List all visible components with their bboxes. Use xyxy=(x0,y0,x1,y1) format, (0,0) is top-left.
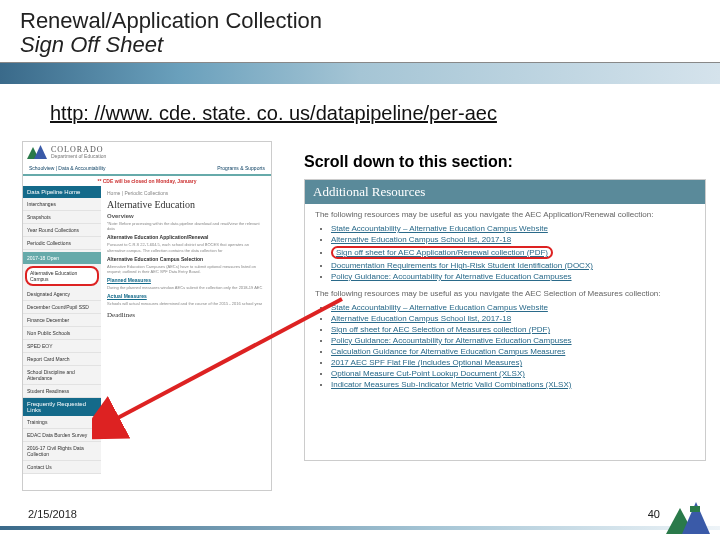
page-title: Alternative Education xyxy=(107,199,265,210)
side-item: Year Round Collections xyxy=(23,224,101,237)
resources-intro2: The following resources may be useful as… xyxy=(315,289,695,298)
resource-link: Calculation Guidance for Alternative Edu… xyxy=(331,347,565,356)
side-item: EDAC Data Burden Survey xyxy=(23,429,101,442)
list-item: Sign off sheet for AEC Application/Renew… xyxy=(331,246,695,259)
resources-list-1: State Accountability – Alternative Educa… xyxy=(331,224,695,281)
page-number: 40 xyxy=(648,508,660,520)
nav-row: Schoolview | Data & Accountability Progr… xyxy=(23,162,271,176)
side-item: Report Card March xyxy=(23,353,101,366)
title-sub: Sign Off Sheet xyxy=(20,32,700,58)
side-header: Data Pipeline Home xyxy=(23,186,101,198)
svg-rect-6 xyxy=(690,506,700,512)
list-item: Alternative Education Campus School list… xyxy=(331,235,695,244)
resource-link-highlight: Sign off sheet for AEC Application/Renew… xyxy=(336,248,548,257)
para: Alternative Education Campuses (AECs) ha… xyxy=(107,264,265,274)
side-item: SPED EOY xyxy=(23,340,101,353)
list-item: Policy Guidance: Accountability for Alte… xyxy=(331,336,695,345)
resource-link: Documentation Requirements for High-Risk… xyxy=(331,261,593,270)
overview-head: Overview xyxy=(107,213,265,219)
title-main: Renewal/Application Collection xyxy=(20,8,700,34)
header-rule xyxy=(0,62,720,84)
list-item: State Accountability – Alternative Educa… xyxy=(331,224,695,233)
side-item: December Count/Pupil SSD xyxy=(23,301,101,314)
sub-head: Alternative Education Application/Renewa… xyxy=(107,234,265,240)
scroll-label: Scroll down to this section: xyxy=(304,153,513,171)
url-text: http: //www. cde. state. co. us/datapipe… xyxy=(50,102,720,125)
side-item: Snapshots xyxy=(23,211,101,224)
resource-link: Sign off sheet for AEC Selection of Meas… xyxy=(331,325,550,334)
side-item: Finance December xyxy=(23,314,101,327)
list-item: Optional Measure Cut-Point Lookup Docume… xyxy=(331,369,695,378)
list-item: Alternative Education Campus School list… xyxy=(331,314,695,323)
para: Schools will actual measures determined … xyxy=(107,301,265,306)
sub-head: Actual Measures xyxy=(107,293,265,299)
resources-heading: Additional Resources xyxy=(305,180,705,204)
side-item: Designated Agency xyxy=(23,288,101,301)
resource-link: State Accountability – Alternative Educa… xyxy=(331,224,548,233)
resources-intro: The following resources may be useful as… xyxy=(315,210,695,219)
list-item: Sign off sheet for AEC Selection of Meas… xyxy=(331,325,695,334)
resource-link: Alternative Education Campus School list… xyxy=(331,235,511,244)
sidebar: Data Pipeline Home Interchanges Snapshot… xyxy=(23,186,101,474)
resource-link: Indicator Measures Sub-Indicator Metric … xyxy=(331,380,571,389)
sub-head: Planned Measures xyxy=(107,277,265,283)
side-sub-header: 2017-18 Open xyxy=(23,252,101,264)
resource-link: Optional Measure Cut-Point Lookup Docume… xyxy=(331,369,525,378)
list-item: Policy Guidance: Accountability for Alte… xyxy=(331,272,695,281)
screenshot-left: COLORADO Department of Education Schoolv… xyxy=(22,141,272,491)
list-item: Calculation Guidance for Alternative Edu… xyxy=(331,347,695,356)
side-item: Trainings xyxy=(23,416,101,429)
slide-header: Renewal/Application Collection Sign Off … xyxy=(0,0,720,58)
deadlines-head: Deadlines xyxy=(107,311,265,319)
para: Pursuant to C.R.S 22-7-604.5, each schoo… xyxy=(107,242,265,252)
side-item: Student Readiness xyxy=(23,385,101,398)
side-item: Contact Us xyxy=(23,461,101,474)
para: *Note: Before processing within the data… xyxy=(107,221,265,231)
resource-link: Alternative Education Campus School list… xyxy=(331,314,511,323)
footer-rule xyxy=(0,526,720,530)
brand-band: COLORADO Department of Education xyxy=(23,142,271,162)
list-item: 2017 AEC SPF Flat File (Includes Optiona… xyxy=(331,358,695,367)
footer-date: 2/15/2018 xyxy=(28,508,77,520)
side-item: Periodic Collections xyxy=(23,237,101,250)
svg-marker-1 xyxy=(34,145,47,159)
resources-list-2: State Accountability – Alternative Educa… xyxy=(331,303,695,389)
nav-left: Schoolview | Data & Accountability xyxy=(29,165,106,171)
side-header2: Frequently Requested Links xyxy=(23,398,101,416)
alert-banner: ** CDE will be closed on Monday, January xyxy=(23,176,271,186)
side-item: Non Public Schools xyxy=(23,327,101,340)
side-item: 2016-17 Civil Rights Data Collection xyxy=(23,442,101,461)
cde-logo-icon xyxy=(27,145,47,159)
nav-right: Programs & Supports xyxy=(217,165,265,171)
side-item-highlight: Alternative Education Campus xyxy=(25,266,99,286)
resource-link: Policy Guidance: Accountability for Alte… xyxy=(331,272,572,281)
content-area: COLORADO Department of Education Schoolv… xyxy=(22,141,720,491)
list-item: State Accountability – Alternative Educa… xyxy=(331,303,695,312)
list-item: Documentation Requirements for High-Risk… xyxy=(331,261,695,270)
resource-link: State Accountability – Alternative Educa… xyxy=(331,303,548,312)
list-item: Indicator Measures Sub-Indicator Metric … xyxy=(331,380,695,389)
screenshot-right: Additional Resources The following resou… xyxy=(304,179,706,461)
sub-head: Alternative Education Campus Selection xyxy=(107,256,265,262)
side-item: Interchanges xyxy=(23,198,101,211)
main-column: Home | Periodic Collections Alternative … xyxy=(101,186,271,474)
side-item: School Discipline and Attendance xyxy=(23,366,101,385)
brand-sub: Department of Education xyxy=(51,153,106,159)
breadcrumb: Home | Periodic Collections xyxy=(107,190,265,196)
cde-logo-small-icon xyxy=(666,502,710,534)
resource-link: Policy Guidance: Accountability for Alte… xyxy=(331,336,572,345)
para: During the planned measures window AECs … xyxy=(107,285,265,290)
resource-link: 2017 AEC SPF Flat File (Includes Optiona… xyxy=(331,358,522,367)
